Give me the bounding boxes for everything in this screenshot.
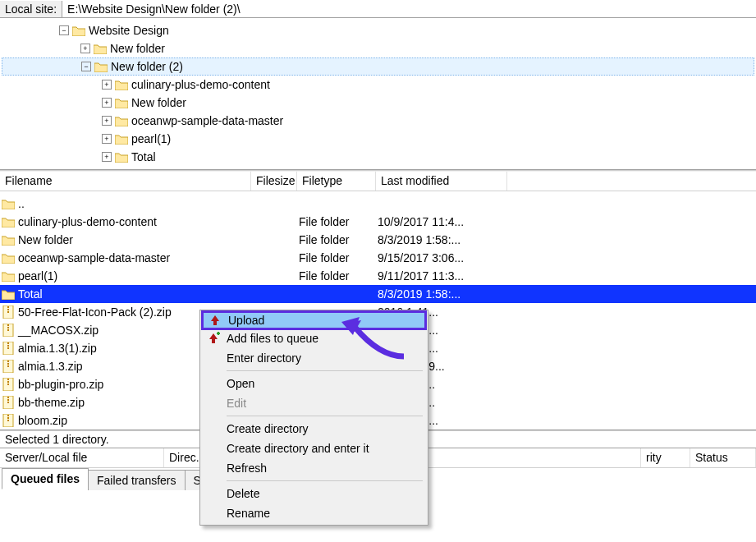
folder-icon xyxy=(2,198,15,209)
file-row[interactable]: pearl(1)File folder9/11/2017 11:3... xyxy=(0,267,756,285)
column-header-filetype[interactable]: Filetype xyxy=(297,172,376,191)
context-menu-item[interactable]: Rename xyxy=(202,503,426,523)
tree-item-label: pearl(1) xyxy=(131,132,171,145)
context-menu-item: Edit xyxy=(202,393,426,413)
file-name: 50-Free-Flat-Icon-Pack (2).zip xyxy=(18,305,172,319)
tree-item-label: New folder (2) xyxy=(111,60,183,73)
folder-icon xyxy=(2,288,15,300)
folder-icon xyxy=(115,133,128,145)
folder-icon xyxy=(94,61,108,72)
tree-item[interactable]: +New folder xyxy=(2,94,754,112)
file-name: New folder xyxy=(18,233,73,246)
zip-icon xyxy=(2,342,15,355)
context-menu-label: Create directory xyxy=(222,422,309,435)
context-menu-item[interactable]: Create directory and enter it xyxy=(202,439,426,458)
file-type: File folder xyxy=(297,250,376,265)
tree-toggle-icon[interactable]: + xyxy=(102,80,112,90)
local-site-label: Local site: xyxy=(0,1,62,17)
file-size xyxy=(251,257,297,259)
folder-icon xyxy=(115,79,128,90)
file-row[interactable]: Total8/3/2019 1:58:... xyxy=(0,285,756,303)
tree-item[interactable]: +oceanwp-sample-data-master xyxy=(2,112,754,130)
file-size xyxy=(251,221,297,223)
tree-item-label: oceanwp-sample-data-master xyxy=(131,114,283,127)
local-site-path-bar: Local site: xyxy=(0,0,756,18)
tree-item[interactable]: −Website Design xyxy=(2,21,754,39)
context-menu-item[interactable]: Open xyxy=(202,374,426,393)
file-name: bb-plugin-pro.zip xyxy=(18,378,103,391)
folder-icon xyxy=(115,115,128,126)
tree-item-label: New folder xyxy=(110,42,165,55)
tree-toggle-icon[interactable]: + xyxy=(102,134,112,144)
tree-item-label: Total xyxy=(131,150,156,163)
tree-item[interactable]: +Total xyxy=(2,148,754,166)
file-size xyxy=(251,293,297,295)
column-header-priority-partial[interactable]: rity xyxy=(641,448,690,467)
file-modified xyxy=(376,203,507,204)
tree-toggle-icon[interactable]: − xyxy=(81,62,91,71)
context-menu-item[interactable]: Delete xyxy=(202,484,426,503)
tree-toggle-icon[interactable]: − xyxy=(59,25,69,35)
context-menu-separator xyxy=(227,416,423,416)
tree-item[interactable]: +culinary-plus-demo-content xyxy=(2,76,754,94)
file-name: .. xyxy=(18,197,25,210)
file-row[interactable]: oceanwp-sample-data-masterFile folder9/1… xyxy=(0,249,756,267)
file-type: File folder xyxy=(297,232,376,247)
folder-icon xyxy=(72,25,85,36)
file-row[interactable]: culinary-plus-demo-contentFile folder10/… xyxy=(0,213,756,231)
tree-item-label: culinary-plus-demo-content xyxy=(131,78,270,91)
zip-icon xyxy=(2,305,15,319)
file-name: culinary-plus-demo-content xyxy=(18,215,157,228)
column-header-status[interactable]: Status xyxy=(690,448,756,467)
context-menu-separator xyxy=(227,480,423,481)
file-type: File folder xyxy=(297,214,376,229)
tree-item[interactable]: −New folder (2) xyxy=(2,57,754,76)
folder-icon xyxy=(2,270,15,282)
file-name: almia.1.3.zip xyxy=(18,360,83,373)
file-modified: 8/3/2019 1:58:... xyxy=(376,232,507,247)
file-size xyxy=(251,275,297,277)
file-modified: 9/15/2017 3:06... xyxy=(376,250,507,265)
file-type: File folder xyxy=(297,269,376,283)
file-modified: 9/11/2017 11:3... xyxy=(376,269,507,283)
file-modified: 10/9/2017 11:4... xyxy=(376,214,507,229)
add-to-queue-arrow-icon xyxy=(207,332,220,345)
column-header-filename[interactable]: Filename xyxy=(0,172,251,191)
context-menu-item[interactable]: Create directory xyxy=(202,419,426,439)
file-name: oceanwp-sample-data-master xyxy=(18,251,170,264)
column-header-modified[interactable]: Last modified xyxy=(376,172,507,191)
file-name: almia.1.3(1).zip xyxy=(18,342,97,355)
context-menu-item[interactable]: Refresh xyxy=(202,458,426,478)
file-list-header: Filename Filesize Filetype Last modified xyxy=(0,172,756,191)
file-row[interactable]: .. xyxy=(0,195,756,213)
context-menu-label: Rename xyxy=(222,507,270,520)
file-name: pearl(1) xyxy=(18,269,57,282)
zip-icon xyxy=(2,324,15,337)
tree-toggle-icon[interactable]: + xyxy=(102,116,112,126)
folder-icon xyxy=(2,216,15,227)
folder-tree-panel: −Website Design+New folder−New folder (2… xyxy=(0,18,756,170)
context-menu-label: Delete xyxy=(222,487,259,500)
tree-item[interactable]: +pearl(1) xyxy=(2,130,754,148)
context-menu-label: Create directory and enter it xyxy=(222,442,369,455)
zip-icon xyxy=(2,378,15,391)
folder-icon xyxy=(115,151,128,163)
folder-icon xyxy=(94,43,107,54)
file-row[interactable]: New folderFile folder8/3/2019 1:58:... xyxy=(0,231,756,249)
file-size xyxy=(251,203,297,204)
transfer-tab[interactable]: Failed transfers xyxy=(88,470,185,490)
tree-item-label: Website Design xyxy=(89,24,169,37)
column-header-filesize[interactable]: Filesize xyxy=(251,172,297,191)
local-site-path-input[interactable] xyxy=(62,1,756,17)
transfer-tab[interactable]: Queued files xyxy=(2,468,89,489)
column-header-server-local-file[interactable]: Server/Local file xyxy=(0,448,164,467)
file-modified: 8/3/2019 1:58:... xyxy=(376,287,507,301)
tree-toggle-icon[interactable]: + xyxy=(102,152,112,162)
context-menu-label: Upload xyxy=(223,314,264,327)
context-menu-label: Edit xyxy=(222,397,246,410)
splitter-handle[interactable] xyxy=(0,170,756,172)
zip-icon xyxy=(2,360,15,373)
tree-toggle-icon[interactable]: + xyxy=(80,44,90,53)
tree-toggle-icon[interactable]: + xyxy=(102,98,112,108)
tree-item[interactable]: +New folder xyxy=(2,39,754,57)
